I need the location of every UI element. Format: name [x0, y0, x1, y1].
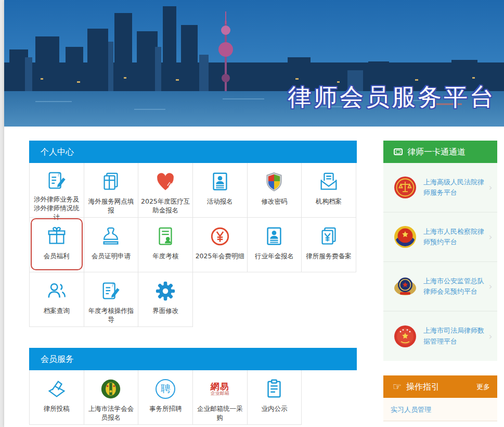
grid-item-label: 会员福利 [43, 252, 71, 261]
personal-center-row-2: 会员福利 会员证明申请 年度考核 [29, 218, 357, 272]
channel-item-police[interactable]: 上海市公安监管总队律师会见预约平台 › [383, 262, 497, 311]
personal-center-section: 个人中心 ? 涉外律师业务及涉外律师情况统计 [29, 141, 357, 327]
grid-item-medical-fund[interactable]: 2025年度医疗互助金报名 [138, 163, 193, 218]
chevron-right-icon: › [488, 331, 493, 342]
grid-item-law-society-signup[interactable]: 上海市法学会会员报名 [84, 370, 139, 425]
court-emblem-icon [394, 176, 417, 199]
grid-item-service-fee-record[interactable]: 律所服务费备案 [302, 218, 356, 272]
personal-center-header: 个人中心 [29, 141, 357, 163]
channel-item-justice-bureau[interactable]: 上海市司法局律师数据管理平台 › [383, 311, 497, 361]
grid-item-industry-notice[interactable]: 业内公示 [248, 370, 302, 425]
banner: 律师会员服务平台 [4, 0, 504, 127]
channel-item-high-court[interactable]: 上海高级人民法院律师服务平台 › [383, 163, 497, 212]
grid-item-member-benefits[interactable]: 会员福利 [30, 218, 84, 272]
channel-item-label: 上海市司法局律师数据管理平台 [423, 325, 488, 346]
netease-logo-text: 網易 [211, 382, 229, 392]
netease-logo-subtext: 企业邮箱 [211, 391, 229, 396]
id-card-icon [263, 224, 285, 248]
guide-link-intern-management[interactable]: 实习人员管理 [383, 398, 497, 421]
heart-icon [154, 170, 177, 194]
operation-guide-header: ☞ 操作指引 更多 [383, 375, 497, 398]
personal-center-row-3: 档案查询 ? 年度考核操作指导 [29, 272, 357, 327]
windows-panels-icon [100, 170, 122, 194]
envelope-doc-icon [318, 170, 340, 194]
grid-item-label: 行业年金报名 [254, 252, 295, 261]
yen-circle-icon [209, 224, 231, 248]
personal-center-title: 个人中心 [41, 141, 74, 163]
member-services-title: 会员服务 [41, 348, 74, 370]
grid-item-firm-submission[interactable]: 律所投稿 [30, 370, 84, 425]
operation-guide-title: 操作指引 [406, 375, 440, 398]
chevron-right-icon: › [488, 232, 493, 242]
channel-item-label: 上海市公安监管总队律师会见预约平台 [423, 276, 488, 297]
grid-item-ui-settings[interactable]: 界面修改 [138, 272, 193, 327]
grid-item-annual-assessment[interactable]: 年度考核 [138, 218, 193, 272]
member-services-section: 会员服务 律所投稿 [29, 348, 357, 425]
member-services-row: 律所投稿 上海市法学会会员报名 聘 事 [29, 370, 357, 425]
grid-item-foreign-lawyer-stats[interactable]: ? 涉外律师业务及涉外律师情况统计 [30, 163, 84, 218]
card-channel-list: 上海高级人民法院律师服务平台 › 上海市人民检察院律师预约平台 › [383, 163, 497, 361]
svg-text:?: ? [57, 172, 60, 178]
more-link[interactable]: 更多 [476, 375, 497, 398]
chevron-right-icon: › [488, 281, 493, 292]
channel-item-label: 上海市人民检察院律师预约平台 [423, 227, 488, 247]
law-society-logo-icon [100, 377, 121, 401]
grid-item-email-purchase[interactable]: 網易 企业邮箱 企业邮箱统一采购 [193, 370, 248, 425]
grid-item-label: 律所投稿 [43, 405, 71, 413]
card-icon [394, 148, 403, 155]
grid-item-assessment-guide[interactable]: ? 年度考核操作指导 [84, 272, 139, 327]
grid-item-label: 2025年度医疗互助金报名 [138, 197, 192, 215]
grid-item-label: 会员证明申请 [91, 252, 132, 261]
chevron-right-icon: › [488, 182, 493, 193]
grid-item-label: 档案查询 [43, 307, 71, 316]
content-sheet: 律师会员服务平台 个人中心 ? 涉外律师业务及涉外律师情况统计 [4, 0, 504, 427]
stamp-icon [100, 224, 122, 248]
channel-item-procuratorate[interactable]: 上海市人民检察院律师预约平台 › [383, 212, 497, 262]
doc-edit-icon: ? [100, 279, 122, 303]
grid-item-label: 事务所招聘 [148, 405, 183, 413]
grid-item-org-archive[interactable]: 机构档案 [302, 163, 356, 218]
card-channel-header: 律师一卡通通道 [383, 141, 497, 163]
gear-icon [154, 279, 176, 303]
grid-item-label: 律所服务费备案 [305, 252, 353, 261]
police-badge-icon [394, 275, 417, 298]
site-title: 律师会员服务平台 [288, 81, 496, 114]
operation-guide-body: 实习人员管理 [383, 398, 497, 421]
grid-item-label: 界面修改 [151, 307, 179, 316]
grid-item-activity-signup[interactable]: 活动报名 [193, 163, 248, 218]
sidebar: 律师一卡通通道 上海高级人民法院律师服务平台 › [383, 141, 497, 421]
grid-item-member-certificate[interactable]: 会员证明申请 [84, 218, 139, 272]
grid-item-overseas-service[interactable]: 海外服务网点填报 [84, 163, 139, 218]
hire-circle-icon: 聘 [156, 377, 175, 401]
grid-item-firm-recruitment[interactable]: 聘 事务所招聘 [138, 370, 193, 425]
clipboard-icon [263, 377, 285, 401]
procuratorate-emblem-icon [394, 225, 417, 248]
grid-item-label: 机构档案 [315, 197, 343, 206]
assessment-doc-icon [154, 224, 176, 248]
grid-item-label: 修改密码 [260, 197, 288, 206]
doc-edit-icon: ? [46, 170, 68, 192]
grid-item-label: 业内公示 [260, 405, 288, 413]
justice-emblem-icon [394, 325, 417, 348]
card-channel-title: 律师一卡通通道 [407, 141, 466, 163]
gift-icon [46, 224, 68, 248]
page-root: 律师会员服务平台 个人中心 ? 涉外律师业务及涉外律师情况统计 [0, 0, 504, 427]
grid-item-label: 2025年会费明细 [195, 252, 245, 261]
people-icon [46, 279, 68, 303]
grid-item-archive-query[interactable]: 档案查询 [30, 272, 84, 327]
hire-glyph: 聘 [161, 382, 171, 396]
operation-guide-section: ☞ 操作指引 更多 实习人员管理 [383, 375, 497, 421]
grid-item-membership-fee[interactable]: 2025年会费明细 [193, 218, 248, 272]
hand-pointer-icon: ☞ [393, 375, 402, 398]
submit-envelope-icon [45, 377, 68, 401]
svg-text:?: ? [111, 283, 114, 288]
netease-logo-icon: 網易 企业邮箱 [211, 377, 229, 401]
security-shield-icon [263, 170, 285, 194]
grid-item-label: 年度考核操作指导 [84, 307, 138, 324]
grid-item-annuity-signup[interactable]: 行业年金报名 [248, 218, 302, 272]
grid-item-change-password[interactable]: 修改密码 [248, 163, 302, 218]
grid-item-label: 年度考核 [151, 252, 179, 261]
member-services-header: 会员服务 [29, 348, 357, 370]
grid-item-label: 活动报名 [206, 197, 234, 206]
doc-yen-icon [318, 224, 340, 248]
